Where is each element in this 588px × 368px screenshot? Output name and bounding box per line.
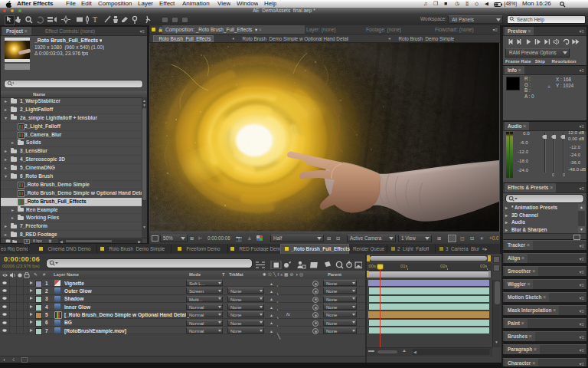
svg-text:T: T bbox=[93, 15, 97, 24]
